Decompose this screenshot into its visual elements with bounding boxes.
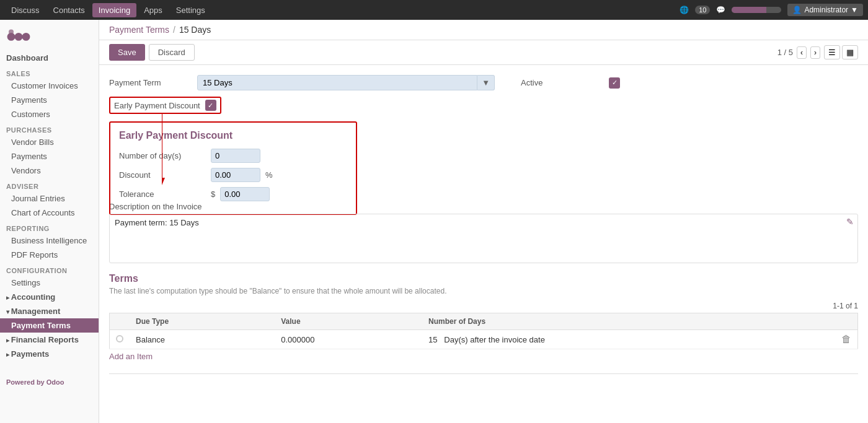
sidebar-item-journal-entries[interactable]: Journal Entries (0, 191, 99, 206)
prev-record-button[interactable]: ‹ (797, 46, 807, 59)
nav-item-contacts[interactable]: Contacts (47, 3, 91, 17)
breadcrumb-current: 15 Days (179, 25, 211, 35)
row-value: 0.000000 (275, 330, 422, 349)
epd-checkbox[interactable]: ✓ (205, 100, 216, 111)
sidebar-item-customer-invoices[interactable]: Customer Invoices (0, 79, 99, 93)
terms-table-body: Balance 0.000000 15 Day(s) after the inv… (110, 330, 858, 349)
save-button[interactable]: Save (109, 44, 145, 61)
sidebar-item-payment-terms[interactable]: Payment Terms (0, 318, 99, 333)
sidebar-item-pdf-reports[interactable]: PDF Reports (0, 248, 99, 262)
table-row: Balance 0.000000 15 Day(s) after the inv… (110, 330, 858, 349)
sidebar-item-chart-accounts[interactable]: Chart of Accounts (0, 206, 99, 220)
breadcrumb-parent[interactable]: Payment Terms (109, 25, 169, 35)
nav-item-invoicing[interactable]: Invoicing (92, 3, 136, 17)
user-icon: 👤 (792, 6, 802, 14)
sidebar-item-business-intelligence[interactable]: Business Intelligence (0, 233, 99, 248)
sidebar-item-financial-reports[interactable]: Financial Reports (0, 333, 99, 347)
main-content: Payment Terms / 15 Days Save Discard 1 /… (99, 20, 868, 423)
terms-hint: The last line's computation type should … (109, 287, 858, 295)
payment-term-label: Payment Term (109, 78, 190, 87)
active-checkbox[interactable]: ✓ (609, 77, 620, 89)
description-textarea[interactable]: Payment term: 15 Days ✎ (109, 214, 858, 263)
nav-right: 🌐 10 💬 👤 Administrator ▼ (680, 4, 863, 16)
admin-button[interactable]: 👤 Administrator ▼ (787, 4, 863, 16)
nav-item-settings[interactable]: Settings (170, 3, 211, 17)
odoo-link[interactable]: Odoo (46, 378, 64, 386)
sidebar-item-vendor-bills[interactable]: Vendor Bills (0, 135, 99, 149)
epd-days-label: Number of day(s) (119, 151, 206, 160)
col-header-value: Value (275, 313, 422, 330)
logo-area (0, 20, 99, 51)
sidebar-item-settings[interactable]: Settings (0, 276, 99, 290)
sidebar-item-dashboard[interactable]: Dashboard (0, 51, 99, 65)
nav-item-apps[interactable]: Apps (138, 3, 169, 17)
sidebar-item-purchases-payments[interactable]: Payments (0, 149, 99, 164)
form-area: Payment Term ▼ Active ✓ Early Payment Di… (99, 65, 868, 423)
epd-discount-label: Discount (119, 170, 206, 180)
col-header-actions (835, 313, 858, 330)
sidebar-item-customers[interactable]: Customers (0, 107, 99, 121)
progress-bar (732, 7, 781, 13)
epd-days-row: Number of day(s) (119, 149, 347, 163)
payment-term-dropdown-icon[interactable]: ▼ (477, 75, 495, 90)
main-layout: Dashboard Sales Customer Invoices Paymen… (0, 20, 868, 423)
terms-table: Due Type Value Number of Days Balance (109, 313, 858, 349)
epd-days-input[interactable] (211, 149, 260, 163)
powered-by: Powered by Odoo (0, 373, 99, 391)
row-days: 15 Day(s) after the invoice date (422, 330, 835, 349)
sidebar-section-sales: Sales (0, 65, 99, 79)
list-view-button[interactable]: ☰ (824, 45, 840, 59)
payment-term-row: Payment Term ▼ Active ✓ (109, 75, 858, 90)
sidebar-section-reporting: Reporting (0, 220, 99, 233)
admin-label: Administrator (804, 6, 848, 14)
pagination-label: 1 / 5 (777, 48, 793, 57)
breadcrumb: Payment Terms / 15 Days (99, 20, 868, 40)
payment-term-input[interactable] (197, 75, 477, 90)
nav-items: Discuss Contacts Invoicing Apps Settings (5, 3, 680, 17)
sidebar-section-configuration: Configuration (0, 262, 99, 276)
col-header-number-of-days: Number of Days (422, 313, 835, 330)
add-item-link[interactable]: Add an Item (109, 349, 153, 364)
svg-point-1 (15, 33, 23, 41)
sidebar-item-accounting[interactable]: Accounting (0, 290, 99, 304)
sidebar-item-vendors[interactable]: Vendors (0, 164, 99, 178)
toolbar-left: Save Discard (109, 44, 195, 61)
terms-count: 1-1 of 1 (109, 302, 858, 310)
row-due-type: Balance (130, 330, 275, 349)
sidebar-item-management[interactable]: Management (0, 304, 99, 318)
terms-title: Terms (109, 273, 858, 284)
row-delete[interactable]: 🗑 (835, 330, 858, 349)
discard-button[interactable]: Discard (149, 44, 195, 61)
sidebar-item-sales-payments[interactable]: Payments (0, 93, 99, 107)
dropdown-icon: ▼ (851, 6, 858, 14)
notification-badge: 10 (695, 6, 710, 14)
notification-icon[interactable]: 🌐 (680, 6, 689, 14)
epd-section-wrapper: Early Payment Discount Number of day(s) … (109, 121, 357, 225)
form-view-button[interactable]: ▦ (842, 45, 858, 59)
progress-bar-fill (732, 7, 766, 13)
epd-checkbox-label: Early Payment Discount (114, 101, 200, 110)
epd-tolerance-input[interactable] (220, 187, 270, 201)
breadcrumb-separator: / (173, 25, 175, 35)
sidebar: Dashboard Sales Customer Invoices Paymen… (0, 20, 99, 423)
nav-item-discuss[interactable]: Discuss (5, 3, 46, 17)
active-label: Active (521, 78, 601, 87)
epd-section-title: Early Payment Discount (119, 130, 347, 141)
sidebar-item-payments[interactable]: Payments (0, 347, 99, 361)
message-icon[interactable]: 💬 (716, 6, 725, 14)
toolbar-right: 1 / 5 ‹ › ☰ ▦ (777, 45, 858, 59)
odoo-logo-svg (6, 27, 31, 46)
description-edit-icon[interactable]: ✎ (846, 217, 854, 227)
svg-point-2 (22, 33, 30, 41)
delete-icon[interactable]: 🗑 (841, 334, 851, 345)
row-radio[interactable] (116, 335, 123, 342)
powered-by-text: Powered by (6, 378, 46, 386)
next-record-button[interactable]: › (810, 46, 820, 59)
col-header-select (110, 313, 130, 330)
terms-table-header: Due Type Value Number of Days (110, 313, 858, 330)
epd-discount-input[interactable] (211, 168, 260, 182)
epd-discount-row: Discount % (119, 168, 347, 182)
epd-tolerance-row: Tolerance $ (119, 187, 347, 201)
top-nav: Discuss Contacts Invoicing Apps Settings… (0, 0, 868, 20)
sidebar-section-adviser: Adviser (0, 178, 99, 191)
